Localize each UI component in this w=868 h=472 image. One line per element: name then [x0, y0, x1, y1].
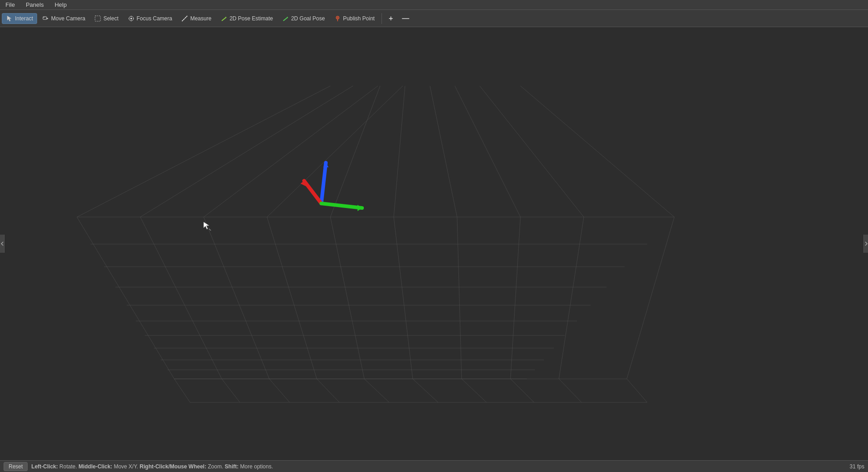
pose-estimate-icon — [220, 15, 228, 22]
tool-focus-camera-label: Focus Camera — [137, 15, 172, 22]
fps-display: 31 fps — [849, 463, 864, 470]
tool-minus[interactable]: — — [398, 13, 413, 24]
focus-camera-icon — [128, 15, 135, 22]
svg-line-50 — [457, 217, 462, 379]
tool-goal-pose-label: 2D Goal Pose — [291, 15, 325, 22]
status-rightclick: Right-Click/Mouse Wheel: Zoom. — [140, 463, 225, 470]
svg-line-55 — [222, 379, 240, 402]
svg-line-36 — [204, 86, 378, 217]
svg-point-6 — [130, 18, 132, 19]
plus-icon: + — [389, 14, 393, 23]
measure-icon — [181, 15, 188, 22]
svg-line-60 — [462, 379, 486, 402]
tool-goal-pose[interactable]: 2D Goal Pose — [278, 13, 329, 24]
interact-icon — [6, 15, 13, 22]
tool-plus[interactable]: + — [385, 13, 397, 24]
svg-line-59 — [413, 379, 438, 402]
svg-point-22 — [337, 17, 338, 18]
publish-point-icon — [334, 15, 341, 22]
svg-line-41 — [455, 86, 520, 217]
svg-line-39 — [394, 86, 405, 217]
menu-panels[interactable]: Panels — [23, 0, 47, 9]
svg-rect-4 — [95, 16, 100, 21]
viewport-container: .grid-line { stroke: #555555; stroke-wid… — [0, 27, 868, 460]
tool-publish-point[interactable]: Publish Point — [330, 13, 379, 24]
tool-interact[interactable]: Interact — [2, 13, 37, 24]
svg-line-62 — [559, 379, 582, 402]
tool-interact-label: Interact — [15, 15, 33, 22]
svg-point-3 — [43, 17, 44, 18]
svg-line-53 — [627, 217, 674, 379]
goal-pose-icon — [282, 15, 289, 22]
svg-line-40 — [430, 86, 457, 217]
viewport-canvas[interactable]: .grid-line { stroke: #555555; stroke-wid… — [0, 27, 868, 460]
left-panel-handle[interactable] — [0, 235, 5, 253]
svg-line-11 — [182, 16, 187, 21]
menu-file[interactable]: File — [3, 0, 18, 9]
svg-line-54 — [174, 379, 190, 402]
svg-line-44 — [77, 217, 174, 379]
status-shift: Shift: More options. — [225, 463, 273, 470]
reset-button[interactable]: Reset — [4, 462, 28, 471]
tool-pose-estimate[interactable]: 2D Pose Estimate — [216, 13, 277, 24]
svg-line-52 — [559, 217, 584, 379]
svg-line-38 — [330, 86, 380, 217]
svg-line-47 — [267, 217, 317, 379]
svg-line-46 — [204, 217, 269, 379]
toolbar-separator — [382, 13, 382, 24]
status-text: Left-Click: Rotate. Middle-Click: Move X… — [31, 463, 273, 470]
tool-select[interactable]: Select — [90, 13, 122, 24]
svg-line-57 — [317, 379, 339, 402]
svg-line-16 — [222, 17, 226, 21]
svg-line-51 — [510, 217, 520, 379]
svg-line-58 — [364, 379, 389, 402]
tool-pose-estimate-label: 2D Pose Estimate — [229, 15, 273, 22]
toolbar: Interact Move Camera Select — [0, 10, 868, 27]
tool-publish-point-label: Publish Point — [343, 15, 375, 22]
status-middleclick: Middle-Click: Move X/Y. — [78, 463, 139, 470]
svg-line-66 — [321, 163, 326, 203]
svg-line-18 — [283, 17, 288, 21]
svg-line-56 — [269, 379, 290, 402]
select-icon — [94, 15, 101, 22]
menu-bar: File Panels Help — [0, 0, 868, 10]
svg-line-43 — [520, 86, 674, 217]
svg-line-37 — [267, 86, 403, 217]
svg-line-48 — [330, 217, 364, 379]
svg-line-67 — [304, 181, 321, 203]
tool-move-camera[interactable]: Move Camera — [38, 13, 89, 24]
tool-measure[interactable]: Measure — [177, 13, 215, 24]
svg-line-45 — [140, 217, 222, 379]
minus-icon: — — [402, 14, 409, 23]
move-camera-icon — [42, 15, 49, 22]
tool-measure-label: Measure — [190, 15, 211, 22]
menu-help[interactable]: Help — [52, 0, 70, 9]
svg-line-61 — [510, 379, 534, 402]
tool-move-camera-label: Move Camera — [51, 15, 85, 22]
svg-marker-2 — [47, 18, 48, 19]
svg-line-63 — [627, 379, 647, 402]
svg-line-42 — [480, 86, 584, 217]
svg-line-68 — [321, 203, 362, 208]
grid-svg: .grid-line { stroke: #555555; stroke-wid… — [0, 27, 868, 460]
tool-select-label: Select — [103, 15, 118, 22]
svg-marker-71 — [358, 205, 362, 211]
right-panel-handle[interactable] — [863, 235, 868, 253]
svg-marker-0 — [7, 16, 11, 21]
svg-line-49 — [394, 217, 413, 379]
status-bar: Reset Left-Click: Rotate. Middle-Click: … — [0, 460, 868, 472]
status-leftclick: Left-Click: Rotate. — [31, 463, 78, 470]
tool-focus-camera[interactable]: Focus Camera — [124, 13, 176, 24]
svg-line-34 — [77, 86, 330, 217]
